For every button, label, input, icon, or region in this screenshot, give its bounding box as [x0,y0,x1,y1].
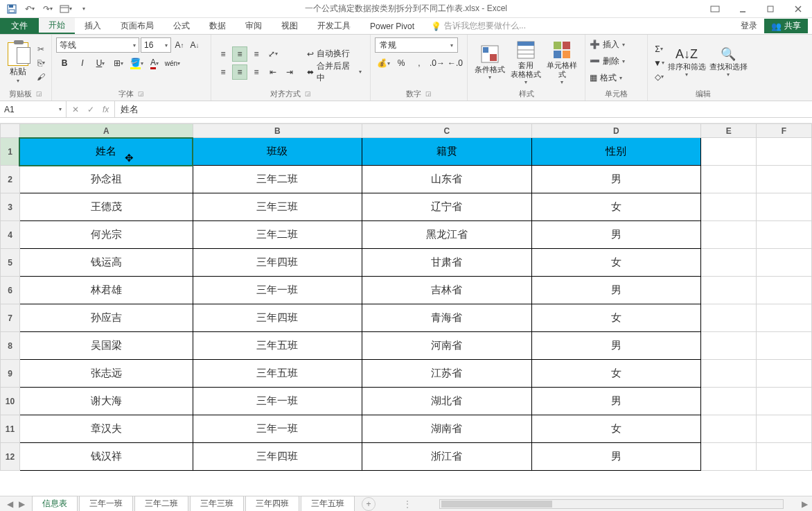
border-button[interactable]: ⊞▾ [110,55,127,71]
format-cells-button[interactable]: ▦格式▾ [590,71,622,85]
cell-C4[interactable]: 黑龙江省 [362,221,532,249]
row-header-1[interactable]: 1 [1,138,20,166]
tab-file[interactable]: 文件 [0,18,39,34]
orientation-icon[interactable]: ⤢▾ [265,46,281,62]
cell-E8[interactable] [701,332,757,360]
bold-button[interactable]: B [56,55,73,71]
cell-F2[interactable] [757,166,812,193]
fill-color-button[interactable]: 🪣▾ [128,55,145,71]
cell-A10[interactable]: 谢大海 [19,388,193,415]
cell-A3[interactable]: 王德茂 [19,193,193,221]
cell-A1[interactable]: 姓名✥ [19,138,193,166]
select-all-corner[interactable] [1,124,20,138]
cell-D8[interactable]: 男 [531,332,701,360]
cell-D10[interactable]: 男 [531,388,701,415]
sheet-tab-信息表[interactable]: 信息表 [32,496,78,512]
cell-E7[interactable] [701,304,757,332]
cell-D4[interactable]: 男 [531,221,701,249]
scroll-right-icon[interactable]: ▶ [797,499,812,509]
cell-F7[interactable] [757,304,812,332]
save-icon[interactable] [6,3,18,15]
name-box[interactable]: A1▾ [0,101,67,117]
cell-B9[interactable]: 三年五班 [193,360,362,388]
cell-A8[interactable]: 吴国梁 [19,332,193,360]
cell-A7[interactable]: 孙应吉 [19,304,193,332]
tab-开发工具[interactable]: 开发工具 [308,18,360,34]
cell-B11[interactable]: 三年一班 [193,415,362,443]
conditional-format-button[interactable]: 条件格式▾ [472,44,508,81]
cell-C3[interactable]: 辽宁省 [362,193,532,221]
cell-B8[interactable]: 三年五班 [193,332,362,360]
number-launcher-icon[interactable]: ◲ [425,90,432,97]
sheet-tab-三年一班[interactable]: 三年一班 [79,496,133,512]
cell-A11[interactable]: 章汉夫 [19,415,193,443]
italic-button[interactable]: I [74,55,91,71]
cell-C1[interactable]: 籍贯 [362,138,532,166]
shrink-font-icon[interactable]: A↓ [188,37,202,53]
cell-styles-button[interactable]: 单元格样式▾ [544,40,580,86]
cell-E9[interactable] [701,360,757,388]
cell-A4[interactable]: 何光宗 [19,221,193,249]
align-top-icon[interactable]: ≡ [215,46,231,62]
maximize-icon[interactable] [757,0,784,18]
phonetic-button[interactable]: wén▾ [164,55,181,71]
align-center-icon[interactable]: ≡ [232,64,247,80]
find-select-button[interactable]: 🔍查找和选择▾ [707,47,749,78]
cell-B6[interactable]: 三年一班 [193,277,362,304]
align-right-icon[interactable]: ≡ [249,64,264,80]
formula-input[interactable]: 姓名 [115,101,812,117]
redo-icon[interactable]: ↷▾ [42,3,54,15]
copy-icon[interactable]: ⎘▾ [35,58,47,69]
cell-D11[interactable]: 女 [531,415,701,443]
underline-button[interactable]: U▾ [92,55,109,71]
autosum-icon[interactable]: Σ▾ [652,43,666,55]
cell-B2[interactable]: 三年二班 [193,166,362,193]
clear-icon[interactable]: ◇▾ [652,71,666,83]
font-launcher-icon[interactable]: ◲ [138,90,144,97]
cell-D5[interactable]: 女 [531,249,701,277]
row-header-8[interactable]: 8 [1,332,20,360]
insert-cells-button[interactable]: ➕插入▾ [590,37,625,51]
format-table-button[interactable]: 套用 表格格式▾ [508,40,544,86]
col-header-C[interactable]: C [362,124,532,138]
sheet-tab-三年三班[interactable]: 三年三班 [190,496,244,512]
close-icon[interactable] [784,0,812,18]
cell-C5[interactable]: 甘肃省 [362,249,532,277]
row-header-6[interactable]: 6 [1,277,20,304]
tab-数据[interactable]: 数据 [200,18,236,34]
cell-C11[interactable]: 湖南省 [362,415,532,443]
row-header-9[interactable]: 9 [1,360,20,388]
cell-D6[interactable]: 男 [531,277,701,304]
cell-F12[interactable] [757,443,812,471]
cell-C12[interactable]: 浙江省 [362,443,532,471]
font-color-button[interactable]: A▾ [146,55,163,71]
login-button[interactable]: 登录 [741,20,757,32]
align-left-icon[interactable]: ≡ [215,64,231,80]
cell-D9[interactable]: 女 [531,360,701,388]
cell-F8[interactable] [757,332,812,360]
decrease-decimal-icon[interactable]: ←.0 [447,55,464,71]
col-header-D[interactable]: D [531,124,701,138]
cell-B10[interactable]: 三年一班 [193,388,362,415]
cell-C7[interactable]: 青海省 [362,304,532,332]
cut-icon[interactable]: ✂ [35,44,47,55]
cell-E10[interactable] [701,388,757,415]
cell-F3[interactable] [757,193,812,221]
cell-F4[interactable] [757,221,812,249]
cell-E6[interactable] [701,277,757,304]
cell-B5[interactable]: 三年四班 [193,249,362,277]
fx-icon[interactable]: fx [103,105,109,114]
indent-increase-icon[interactable]: ⇥ [282,64,297,80]
font-name-select[interactable]: 等线▾ [56,37,139,53]
cell-C9[interactable]: 江苏省 [362,360,532,388]
cell-F5[interactable] [757,249,812,277]
cell-A2[interactable]: 孙念祖 [19,166,193,193]
cell-C8[interactable]: 河南省 [362,332,532,360]
currency-button[interactable]: 💰▾ [375,55,391,71]
cell-E3[interactable] [701,193,757,221]
number-format-select[interactable]: 常规▾ [375,37,458,53]
minimize-icon[interactable] [729,0,757,18]
cancel-formula-icon[interactable]: ✕ [72,105,79,114]
cell-E11[interactable] [701,415,757,443]
sheet-nav-next-icon[interactable]: ▶ [19,499,25,509]
